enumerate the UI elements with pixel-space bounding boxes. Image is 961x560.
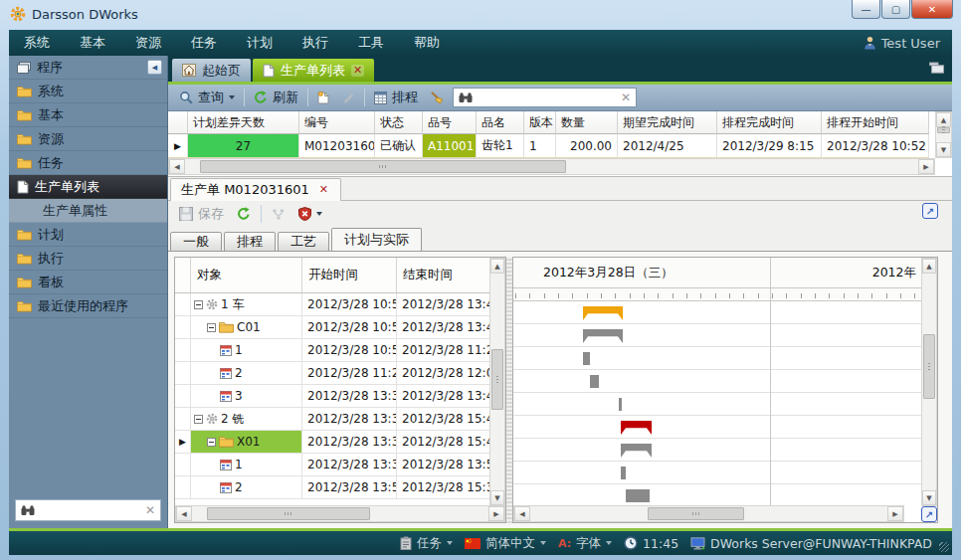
scroll-down-arrow[interactable]: ▼ bbox=[922, 490, 936, 505]
tree-expander-icon[interactable] bbox=[194, 415, 203, 424]
edit-button[interactable] bbox=[339, 90, 358, 106]
orders-vertical-scrollbar[interactable]: ▲▼ bbox=[935, 111, 952, 158]
sidebar-item-9[interactable]: 最近使用的程序 bbox=[9, 294, 167, 318]
order-refresh-button[interactable] bbox=[234, 205, 254, 223]
order-document-close-icon[interactable]: ✕ bbox=[317, 184, 330, 196]
new-button[interactable] bbox=[314, 89, 333, 106]
scroll-thumb[interactable] bbox=[937, 127, 950, 133]
plan-row-0[interactable]: 1 车2012/3/28 10:522012/3/28 13:40 bbox=[175, 293, 505, 316]
resize-grip[interactable] bbox=[939, 542, 949, 552]
menu-item-0[interactable]: 系统 bbox=[9, 30, 65, 56]
sidebar-search-clear-icon[interactable]: ✕ bbox=[145, 503, 155, 517]
popout-icon[interactable]: ↗ bbox=[922, 203, 938, 219]
trace-button[interactable] bbox=[269, 206, 288, 223]
scroll-right-arrow[interactable]: ▶ bbox=[918, 159, 934, 174]
sidebar-item-0[interactable]: 系统 bbox=[9, 80, 167, 103]
tab-close-icon[interactable]: ✕ bbox=[351, 65, 364, 77]
menu-item-3[interactable]: 任务 bbox=[176, 30, 232, 56]
gantt-horizontal-scrollbar[interactable]: ◀▶ bbox=[513, 505, 904, 522]
sidebar-item-4[interactable]: 生产单列表 bbox=[9, 175, 167, 199]
task-dropdown-icon[interactable] bbox=[447, 541, 453, 545]
gantt-bar-7[interactable] bbox=[621, 467, 626, 479]
scroll-up-arrow[interactable]: ▲ bbox=[490, 259, 504, 274]
scroll-thumb[interactable] bbox=[491, 349, 503, 410]
sidebar-search-input[interactable] bbox=[40, 503, 140, 517]
plan-row-7[interactable]: 12012/3/28 13:302012/3/28 13:50 bbox=[175, 454, 505, 476]
grid-column-header-7[interactable]: 期望完成时间 bbox=[618, 111, 717, 134]
menu-item-7[interactable]: 帮助 bbox=[399, 30, 455, 56]
tree-expander-icon[interactable] bbox=[207, 438, 216, 447]
scroll-thumb[interactable] bbox=[207, 507, 370, 520]
sidebar-item-7[interactable]: 执行 bbox=[9, 247, 167, 271]
plan-column-header-1[interactable]: 开始时间 bbox=[302, 258, 397, 292]
plan-column-header-2[interactable]: 结束时间 bbox=[397, 258, 490, 292]
font-menu[interactable]: A: 字体 bbox=[558, 535, 612, 552]
scroll-down-arrow[interactable]: ▼ bbox=[490, 490, 504, 505]
save-button[interactable]: 保存 bbox=[176, 203, 227, 225]
plan-row-4[interactable]: 32012/3/28 13:302012/3/28 13:40 bbox=[175, 385, 505, 408]
orders-horizontal-scrollbar[interactable]: ◀▶ bbox=[168, 158, 935, 175]
scroll-down-arrow[interactable]: ▼ bbox=[936, 142, 951, 157]
plan-column-header-0[interactable]: 对象 bbox=[191, 258, 302, 292]
grid-column-header-5[interactable]: 版本 bbox=[524, 111, 556, 134]
validate-button[interactable] bbox=[295, 205, 325, 223]
orders-grid-row[interactable]: ▶27M012031601已确认A11001齿轮11200.002012/4/2… bbox=[168, 134, 952, 158]
close-button[interactable]: ✕ bbox=[911, 0, 953, 19]
grid-column-header-0[interactable]: 计划差异天数 bbox=[188, 111, 299, 134]
sidebar-item-5[interactable]: 生产单属性 bbox=[9, 199, 167, 223]
window-list-icon[interactable] bbox=[929, 62, 944, 74]
main-tab-0[interactable]: 起始页 bbox=[172, 59, 251, 82]
main-tab-1[interactable]: 生产单列表✕ bbox=[253, 59, 374, 82]
menu-item-1[interactable]: 基本 bbox=[65, 30, 120, 56]
subtab-1[interactable]: 排程 bbox=[224, 232, 276, 252]
plan-row-8[interactable]: 22012/3/28 13:502012/3/28 15:30 bbox=[175, 476, 505, 499]
plan-horizontal-scrollbar[interactable]: ◀▶ bbox=[175, 505, 505, 522]
sidebar-item-1[interactable]: 基本 bbox=[9, 103, 167, 127]
sidebar-item-6[interactable]: 计划 bbox=[9, 223, 167, 247]
sidebar-item-3[interactable]: 任务 bbox=[9, 151, 167, 175]
query-dropdown-icon[interactable] bbox=[229, 95, 235, 99]
scroll-left-arrow[interactable]: ◀ bbox=[176, 506, 192, 521]
tree-expander-icon[interactable] bbox=[194, 300, 203, 309]
refresh-button[interactable]: 刷新 bbox=[251, 87, 301, 108]
plan-row-1[interactable]: C012012/3/28 10:522012/3/28 13:40 bbox=[175, 316, 505, 339]
gantt-bar-2[interactable] bbox=[583, 352, 590, 365]
language-dropdown-icon[interactable] bbox=[540, 541, 546, 545]
gantt-bar-8[interactable] bbox=[626, 489, 650, 502]
grid-column-header-8[interactable]: 排程完成时间 bbox=[717, 111, 822, 134]
sidebar-collapse-button[interactable]: ◀ bbox=[147, 60, 162, 75]
scroll-left-arrow[interactable]: ◀ bbox=[169, 159, 185, 174]
grid-column-header-1[interactable]: 编号 bbox=[299, 111, 375, 134]
validate-dropdown-icon[interactable] bbox=[316, 212, 322, 216]
gantt-vertical-scrollbar[interactable]: ▲▼ bbox=[921, 258, 937, 506]
menu-item-2[interactable]: 资源 bbox=[120, 30, 176, 56]
plan-row-6[interactable]: ▶X012012/3/28 13:302012/3/28 15:40 bbox=[175, 431, 505, 454]
minimize-button[interactable]: — bbox=[852, 0, 880, 19]
menu-item-4[interactable]: 计划 bbox=[232, 30, 288, 56]
gantt-popout-icon[interactable]: ↗ bbox=[921, 506, 937, 522]
scroll-up-arrow[interactable]: ▲ bbox=[922, 259, 936, 274]
scroll-right-arrow[interactable]: ▶ bbox=[887, 506, 903, 521]
plan-row-3[interactable]: 22012/3/28 11:222012/3/28 12:00 bbox=[175, 362, 505, 385]
schedule-button[interactable]: 排程 bbox=[371, 87, 421, 108]
subtab-2[interactable]: 工艺 bbox=[278, 232, 329, 252]
scroll-thumb[interactable] bbox=[648, 507, 744, 520]
font-dropdown-icon[interactable] bbox=[606, 541, 612, 545]
plan-vertical-scrollbar[interactable]: ▲▼ bbox=[489, 258, 505, 506]
title-bar[interactable]: Darsson DWorks — ▢ ✕ bbox=[0, 0, 961, 30]
scroll-right-arrow[interactable]: ▶ bbox=[488, 506, 504, 521]
plan-row-5[interactable]: 2 铣2012/3/28 13:302012/3/28 15:40 bbox=[175, 408, 505, 431]
orders-search-clear-icon[interactable]: ✕ bbox=[621, 91, 631, 104]
menu-item-6[interactable]: 工具 bbox=[343, 30, 399, 56]
gantt-bar-3[interactable] bbox=[590, 375, 599, 388]
order-document-tab[interactable]: 生产单 M012031601 ✕ bbox=[170, 178, 341, 201]
task-menu[interactable]: 任务 bbox=[400, 535, 453, 552]
tree-expander-icon[interactable] bbox=[207, 323, 216, 332]
menu-item-5[interactable]: 执行 bbox=[288, 30, 343, 56]
sidebar-item-2[interactable]: 资源 bbox=[9, 127, 167, 151]
scroll-thumb[interactable] bbox=[923, 334, 935, 399]
grid-column-header-4[interactable]: 品名 bbox=[477, 111, 524, 134]
sidebar-item-8[interactable]: 看板 bbox=[9, 271, 167, 294]
scroll-left-arrow[interactable]: ◀ bbox=[514, 506, 530, 521]
subtab-3[interactable]: 计划与实际 bbox=[331, 228, 422, 252]
